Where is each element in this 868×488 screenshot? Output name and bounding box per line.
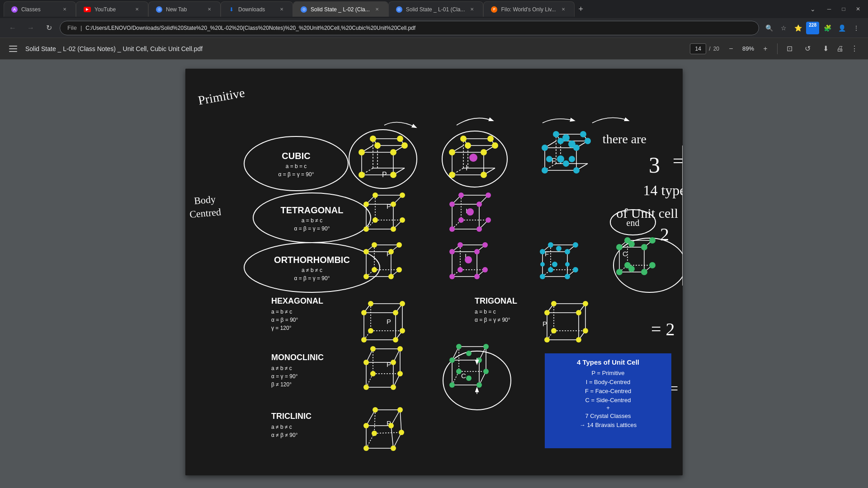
hamburger-line1 xyxy=(9,46,17,47)
extensions-button[interactable]: 🧩 xyxy=(821,22,834,34)
svg-point-221 xyxy=(540,262,545,267)
svg-point-263 xyxy=(400,301,405,306)
svg-point-217 xyxy=(573,267,578,272)
svg-text:of  Unit cell: of Unit cell xyxy=(616,206,678,221)
pdf-right-actions: ⬇ 🖨 ⋮ xyxy=(819,42,861,55)
more-options-button[interactable]: ⋮ xyxy=(850,22,863,34)
svg-point-192 xyxy=(449,274,455,279)
svg-text:F = Face-Centred: F = Face-Centred xyxy=(585,388,631,394)
fit-page-button[interactable]: ⊡ xyxy=(783,42,796,55)
zoom-out-button[interactable]: − xyxy=(725,42,737,55)
reload-button[interactable]: ↻ xyxy=(42,21,56,35)
svg-text:P: P xyxy=(387,361,391,368)
tab-label-classes: Classes xyxy=(21,6,57,13)
svg-point-191 xyxy=(474,249,480,254)
svg-point-354 xyxy=(363,446,369,451)
more-pdf-options-button[interactable]: ⋮ xyxy=(848,42,861,55)
svg-point-103 xyxy=(562,134,570,141)
svg-point-69 xyxy=(449,149,455,155)
search-icon[interactable]: 🔍 xyxy=(763,22,775,34)
download-pdf-button[interactable]: ⬇ xyxy=(819,42,832,55)
back-button[interactable]: ← xyxy=(5,21,20,35)
svg-point-130 xyxy=(400,192,405,198)
tab-label-newtab: New Tab xyxy=(166,6,202,13)
url-path: C:/Users/LENOVO/Downloads/Solid%20State%… xyxy=(85,25,415,31)
profile-button[interactable]: 👤 xyxy=(835,22,848,34)
sidebar-toggle-button[interactable] xyxy=(7,42,20,55)
rotate-button[interactable]: ↺ xyxy=(801,42,814,55)
svg-text:TRIGONAL: TRIGONAL xyxy=(475,296,517,305)
tab-close-newtab[interactable]: ✕ xyxy=(206,6,213,13)
svg-point-305 xyxy=(363,360,369,365)
profile-badge[interactable]: 228 xyxy=(806,22,819,34)
tab-search-button[interactable]: ⌄ xyxy=(807,3,819,15)
svg-point-104 xyxy=(568,141,576,148)
tab-close-downloads[interactable]: ✕ xyxy=(278,6,285,13)
svg-text:a = b ≠ c: a = b ≠ c xyxy=(271,309,292,315)
svg-text:α = β = 90°: α = β = 90° xyxy=(271,317,298,323)
svg-point-75 xyxy=(465,142,471,149)
tab-close-youtube[interactable]: ✕ xyxy=(133,6,141,13)
print-button[interactable]: 🖨 xyxy=(834,42,846,55)
svg-point-174 xyxy=(388,274,394,279)
tab-favicon-youtube: ▶ xyxy=(84,7,91,12)
svg-point-220 xyxy=(565,262,570,267)
forward-button[interactable]: → xyxy=(24,21,38,35)
svg-text:a ≠ b ≠ c: a ≠ b ≠ c xyxy=(271,365,292,371)
svg-point-47 xyxy=(359,172,365,178)
svg-point-131 xyxy=(373,217,378,223)
tab-newtab[interactable]: ◎ New Tab ✕ xyxy=(148,1,221,17)
svg-point-198 xyxy=(465,256,472,263)
bookmark-icon[interactable]: ⭐ xyxy=(792,22,804,34)
svg-text:14  types: 14 types xyxy=(643,182,683,198)
tab-close-filo[interactable]: ✕ xyxy=(560,6,567,13)
tab-classes[interactable]: A Classes ✕ xyxy=(4,1,76,17)
zoom-in-button[interactable]: + xyxy=(759,42,772,55)
minimize-button[interactable]: ─ xyxy=(823,3,835,15)
window-controls: ─ □ ✕ xyxy=(823,3,864,15)
svg-point-283 xyxy=(576,310,581,315)
pdf-toolbar: Solid State _ L-02 (Class Notes) _ Unit … xyxy=(0,38,868,60)
tab-label-filo: Filo: World's Only Liv... xyxy=(501,6,556,13)
tab-downloads[interactable]: ⬇ Downloads ✕ xyxy=(221,1,293,17)
svg-point-147 xyxy=(476,226,482,232)
svg-point-196 xyxy=(458,267,463,272)
svg-text:P: P xyxy=(542,320,547,328)
svg-text:there are: there are xyxy=(603,132,646,146)
restore-button[interactable]: □ xyxy=(837,3,850,15)
svg-point-125 xyxy=(363,202,369,207)
svg-point-172 xyxy=(388,249,394,254)
svg-text:C = Side-Centred: C = Side-Centred xyxy=(585,397,631,404)
svg-text:a = b = c: a = b = c xyxy=(286,163,307,169)
svg-text:F: F xyxy=(545,250,549,258)
svg-point-356 xyxy=(373,407,378,413)
svg-point-215 xyxy=(573,242,578,248)
svg-text:β ≠ 120°: β ≠ 120° xyxy=(271,381,292,388)
tab-solidstate1[interactable]: ◎ Solid State _ L-01 (Cla... ✕ xyxy=(388,1,484,17)
svg-text:= 2: = 2 xyxy=(651,319,675,339)
tab-close-solidstate2[interactable]: ✕ xyxy=(373,6,381,13)
svg-point-48 xyxy=(390,172,396,178)
tab-close-solidstate1[interactable]: ✕ xyxy=(468,6,476,13)
page-number-input[interactable] xyxy=(690,43,706,54)
url-bar[interactable]: File | C:/Users/LENOVO/Downloads/Solid%2… xyxy=(60,21,759,35)
svg-point-265 xyxy=(400,328,405,333)
close-window-button[interactable]: ✕ xyxy=(852,3,864,15)
tab-filo[interactable]: F Filo: World's Only Liv... ✕ xyxy=(483,1,574,17)
bookmark-button[interactable]: ☆ xyxy=(777,22,790,34)
svg-point-132 xyxy=(400,217,405,223)
svg-text:MONOCLINIC: MONOCLINIC xyxy=(271,353,324,362)
svg-point-260 xyxy=(361,337,367,343)
svg-point-237 xyxy=(641,269,647,275)
pdf-page-controls: / 20 xyxy=(690,43,719,54)
svg-point-101 xyxy=(585,138,591,144)
tab-youtube[interactable]: ▶ YouTube ✕ xyxy=(76,1,148,17)
svg-point-148 xyxy=(458,192,464,198)
new-tab-button[interactable]: + xyxy=(575,3,587,15)
svg-point-288 xyxy=(551,328,557,333)
svg-text:TETRAGONAL: TETRAGONAL xyxy=(281,205,344,215)
tab-solidstate2[interactable]: ◎ Solid State _ L-02 (Cla... ✕ xyxy=(293,1,388,17)
svg-point-178 xyxy=(396,267,402,272)
svg-point-50 xyxy=(397,136,403,142)
tab-close-classes[interactable]: ✕ xyxy=(61,6,68,13)
